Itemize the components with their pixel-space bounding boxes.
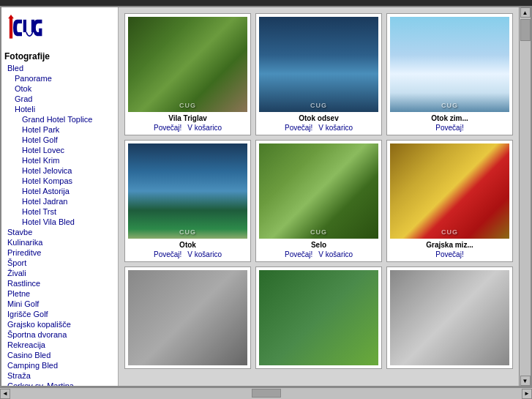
sidebar-item-igrisca-golf[interactable]: Igrišče Golf	[4, 309, 115, 319]
photo-actions-otok-odsev: Povečaj!V košarico	[285, 124, 353, 132]
photo-caption-grajska-miza: Grajska miz...	[426, 241, 473, 249]
sidebar-item-grad[interactable]: Grad	[4, 94, 115, 104]
enlarge-button-otok-zima[interactable]: Povečaj!	[435, 124, 463, 132]
enlarge-button-otok[interactable]: Povečaj!	[154, 250, 181, 258]
add-to-cart-button-selo[interactable]: V košarico	[318, 250, 353, 258]
photo-image-bottom1	[128, 270, 247, 365]
logo-area	[4, 12, 115, 45]
enlarge-button-otok-odsev[interactable]: Povečaj!	[285, 124, 312, 132]
scroll-track	[10, 388, 522, 399]
sidebar-item-hotel-lovec[interactable]: Hotel Lovec	[4, 145, 115, 155]
bottom-scrollbar[interactable]: ◄ ►	[0, 387, 532, 399]
enlarge-button-selo[interactable]: Povečaj!	[285, 250, 312, 258]
svg-marker-1	[8, 15, 14, 18]
photo-caption-vila-triglav: Vila Triglav	[168, 114, 207, 122]
sidebar-item-rastlince[interactable]: Rastlince	[4, 278, 115, 288]
sidebar-item-grajsko-kopalisca[interactable]: Grajsko kopališče	[4, 319, 115, 329]
sidebar-item-otok[interactable]: Otok	[4, 83, 115, 94]
scroll-thumb-horizontal[interactable]	[252, 389, 281, 398]
sidebar-item-prireditve[interactable]: Prireditve	[4, 247, 115, 258]
sidebar-item-kulinarika[interactable]: Kulinarika	[4, 237, 115, 247]
photo-image-vila-triglav: CUG	[128, 17, 247, 112]
sidebar-item-hotel-golf[interactable]: Hotel Golf	[4, 135, 115, 145]
photo-cell-selo: CUGSeloPovečaj!V košarico	[255, 140, 382, 262]
sidebar-item-zivali[interactable]: Živali	[4, 268, 115, 278]
scroll-left-arrow[interactable]: ◄	[0, 389, 10, 399]
photo-cell-grajska-miza: CUGGrajska miz...Povečaj!	[386, 140, 513, 262]
enlarge-button-vila-triglav[interactable]: Povečaj!	[154, 124, 181, 132]
photo-caption-otok-odsev: Otok odsev	[299, 114, 338, 122]
sidebar-item-casino-bled[interactable]: Casino Bled	[4, 350, 115, 360]
sidebar-item-straza[interactable]: Straža	[4, 370, 115, 381]
sidebar: Fotografije BledPanorameOtokGradHoteliGr…	[1, 7, 119, 386]
photo-image-selo: CUG	[259, 143, 378, 239]
sidebar-item-mini-golf[interactable]: Mini Golf	[4, 299, 115, 309]
photo-actions-grajska-miza: Povečaj!	[435, 250, 463, 258]
scroll-right-arrow[interactable]: ►	[522, 389, 532, 399]
photo-actions-selo: Povečaj!V košarico	[285, 250, 353, 258]
sidebar-item-rekreacija[interactable]: Rekreacija	[4, 340, 115, 350]
photo-actions-otok: Povečaj!V košarico	[154, 250, 222, 258]
photo-caption-otok: Otok	[179, 241, 196, 249]
sidebar-item-hotel-park[interactable]: Hotel Park	[4, 124, 115, 135]
sidebar-item-sport[interactable]: Šport	[4, 258, 115, 268]
photo-image-otok-zima: CUG	[390, 17, 509, 112]
scroll-up-arrow[interactable]: ▲	[520, 7, 531, 18]
main-content[interactable]: CUGVila TriglavPovečaj!V košaricoCUGOtok…	[119, 7, 519, 386]
photo-cell-otok: CUGOtokPovečaj!V košarico	[124, 140, 251, 262]
sidebar-item-grand-hotel-toplice[interactable]: Grand Hotel Toplice	[4, 114, 115, 124]
sidebar-item-hotel-trst[interactable]: Hotel Trst	[4, 206, 115, 217]
sidebar-items-container: BledPanorameOtokGradHoteliGrand Hotel To…	[4, 63, 115, 386]
sidebar-item-panorame[interactable]: Panorame	[4, 73, 115, 83]
photo-cell-otok-odsev: CUGOtok odsevPovečaj!V košarico	[255, 13, 382, 135]
photo-image-otok-odsev: CUG	[259, 17, 378, 112]
photo-caption-selo: Selo	[311, 241, 326, 249]
sidebar-item-cerkev-sv-martina[interactable]: Cerkev sv. Martina	[4, 381, 115, 386]
sidebar-item-pletne[interactable]: Pletne	[4, 288, 115, 299]
sidebar-item-hotel-astorija[interactable]: Hotel Astorija	[4, 186, 115, 196]
sidebar-item-bled[interactable]: Bled	[4, 63, 115, 73]
photo-image-bottom2	[259, 270, 378, 365]
photo-cell-bottom2	[255, 266, 382, 369]
svg-rect-0	[10, 17, 12, 38]
enlarge-button-grajska-miza[interactable]: Povečaj!	[435, 250, 463, 258]
sidebar-item-camping-bled[interactable]: Camping Bled	[4, 360, 115, 370]
photo-cell-bottom3	[386, 266, 513, 369]
sidebar-section-title: Fotografije	[4, 51, 115, 61]
sidebar-item-hotel-jadran[interactable]: Hotel Jadran	[4, 196, 115, 206]
photo-grid: CUGVila TriglavPovečaj!V košaricoCUGOtok…	[124, 13, 513, 369]
photo-cell-otok-zima: CUGOtok zim...Povečaj!	[386, 13, 513, 135]
scroll-thumb[interactable]	[520, 19, 531, 41]
photo-image-otok: CUG	[128, 143, 247, 239]
add-to-cart-button-otok-odsev[interactable]: V košarico	[318, 124, 353, 132]
photo-cell-bottom1	[124, 266, 251, 369]
add-to-cart-button-otok[interactable]: V košarico	[187, 250, 222, 258]
svg-rect-2	[23, 20, 26, 32]
sidebar-item-hotel-vila-bled[interactable]: Hotel Vila Bled	[4, 217, 115, 227]
photo-caption-otok-zima: Otok zim...	[431, 114, 468, 122]
sidebar-item-sportna-dvorana[interactable]: Športna dvorana	[4, 329, 115, 340]
sidebar-item-hoteli[interactable]: Hoteli	[4, 104, 115, 114]
photo-actions-vila-triglav: Povečaj!V košarico	[154, 124, 222, 132]
add-to-cart-button-vila-triglav[interactable]: V košarico	[187, 124, 222, 132]
photo-cell-vila-triglav: CUGVila TriglavPovečaj!V košarico	[124, 13, 251, 135]
logo-image	[4, 12, 48, 44]
scroll-down-arrow[interactable]: ▼	[520, 376, 531, 386]
sidebar-item-hotel-jelovica[interactable]: Hotel Jelovica	[4, 165, 115, 176]
photo-image-grajska-miza: CUG	[390, 143, 509, 239]
photo-image-bottom3	[390, 270, 509, 365]
sidebar-item-stavbe[interactable]: Stavbe	[4, 227, 115, 237]
sidebar-item-hotel-krim[interactable]: Hotel Krim	[4, 155, 115, 165]
right-scrollbar[interactable]: ▲ ▼	[519, 7, 531, 386]
photo-actions-otok-zima: Povečaj!	[435, 124, 463, 132]
sidebar-item-hotel-kompas[interactable]: Hotel Kompas	[4, 176, 115, 186]
